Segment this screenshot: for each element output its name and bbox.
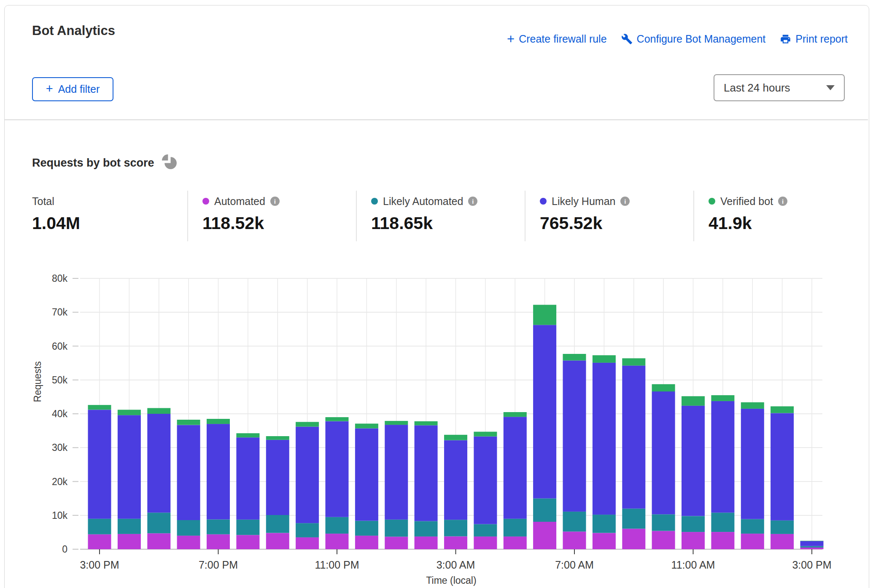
bar-segment-verified-bot[interactable] bbox=[711, 395, 734, 401]
bar-segment-verified-bot[interactable] bbox=[593, 355, 616, 363]
bar-segment-likely-automated[interactable] bbox=[415, 521, 438, 537]
bar-segment-verified-bot[interactable] bbox=[682, 396, 705, 406]
bar-segment-likely-automated[interactable] bbox=[118, 519, 141, 534]
bar-segment-likely-human[interactable] bbox=[563, 361, 586, 512]
bar-segment-automated[interactable] bbox=[652, 531, 675, 549]
bar-segment-automated[interactable] bbox=[771, 534, 794, 549]
bar-segment-likely-human[interactable] bbox=[652, 391, 675, 514]
bar-segment-likely-automated[interactable] bbox=[622, 509, 645, 529]
bar-segment-likely-automated[interactable] bbox=[741, 519, 764, 534]
bar-segment-likely-human[interactable] bbox=[504, 417, 527, 519]
bar-segment-likely-human[interactable] bbox=[444, 440, 467, 520]
bar-segment-verified-bot[interactable] bbox=[771, 406, 794, 413]
bar-segment-automated[interactable] bbox=[444, 537, 467, 550]
add-filter-button[interactable]: + Add filter bbox=[32, 77, 113, 101]
bar-segment-likely-human[interactable] bbox=[236, 437, 259, 520]
bar-segment-likely-automated[interactable] bbox=[652, 514, 675, 531]
bar-segment-automated[interactable] bbox=[682, 532, 705, 549]
bar-segment-likely-automated[interactable] bbox=[504, 519, 527, 537]
bar-segment-likely-automated[interactable] bbox=[385, 520, 408, 537]
bar-segment-likely-human[interactable] bbox=[326, 421, 349, 517]
info-icon[interactable]: i bbox=[778, 197, 787, 206]
bar-segment-verified-bot[interactable] bbox=[444, 435, 467, 440]
bar-segment-verified-bot[interactable] bbox=[504, 412, 527, 417]
bar-segment-likely-human[interactable] bbox=[622, 366, 645, 509]
time-range-dropdown[interactable]: Last 24 hours bbox=[714, 74, 845, 101]
bar-segment-automated[interactable] bbox=[88, 534, 111, 549]
bar-segment-automated[interactable] bbox=[266, 533, 289, 550]
bar-segment-likely-automated[interactable] bbox=[236, 520, 259, 535]
bar-segment-verified-bot[interactable] bbox=[296, 422, 319, 426]
bar-segment-automated[interactable] bbox=[593, 533, 616, 550]
bar-segment-likely-automated[interactable] bbox=[88, 519, 111, 534]
bar-segment-verified-bot[interactable] bbox=[236, 433, 259, 437]
info-icon[interactable]: i bbox=[468, 197, 477, 206]
bar-segment-verified-bot[interactable] bbox=[652, 384, 675, 391]
bar-segment-likely-human[interactable] bbox=[800, 541, 824, 546]
bar-segment-likely-human[interactable] bbox=[207, 424, 230, 519]
bar-segment-automated[interactable] bbox=[533, 522, 556, 549]
bar-segment-verified-bot[interactable] bbox=[355, 423, 378, 428]
bar-segment-likely-automated[interactable] bbox=[474, 524, 497, 537]
bar-segment-automated[interactable] bbox=[504, 537, 527, 549]
bar-segment-verified-bot[interactable] bbox=[533, 305, 556, 325]
bar-segment-verified-bot[interactable] bbox=[622, 358, 645, 365]
bar-segment-automated[interactable] bbox=[207, 534, 230, 549]
bar-segment-likely-automated[interactable] bbox=[266, 515, 289, 533]
print-report-link[interactable]: Print report bbox=[780, 33, 848, 45]
create-firewall-rule-link[interactable]: + Create firewall rule bbox=[507, 33, 607, 45]
configure-bot-management-link[interactable]: Configure Bot Management bbox=[621, 33, 766, 45]
bar-segment-likely-automated[interactable] bbox=[444, 520, 467, 536]
bar-segment-automated[interactable] bbox=[800, 548, 824, 549]
bar-segment-verified-bot[interactable] bbox=[118, 410, 141, 415]
bar-segment-automated[interactable] bbox=[415, 537, 438, 549]
bar-segment-automated[interactable] bbox=[622, 529, 645, 549]
bar-segment-likely-human[interactable] bbox=[415, 425, 438, 521]
bar-segment-automated[interactable] bbox=[177, 536, 200, 549]
bar-segment-verified-bot[interactable] bbox=[147, 408, 170, 414]
bar-segment-automated[interactable] bbox=[118, 534, 141, 549]
bar-segment-verified-bot[interactable] bbox=[563, 354, 586, 361]
bar-segment-verified-bot[interactable] bbox=[88, 405, 111, 410]
bar-segment-verified-bot[interactable] bbox=[207, 419, 230, 424]
bar-segment-verified-bot[interactable] bbox=[385, 421, 408, 425]
bar-segment-automated[interactable] bbox=[326, 534, 349, 549]
bar-segment-verified-bot[interactable] bbox=[415, 421, 438, 426]
bar-segment-automated[interactable] bbox=[147, 533, 170, 549]
bar-segment-likely-automated[interactable] bbox=[771, 521, 794, 534]
bar-segment-likely-human[interactable] bbox=[741, 409, 764, 519]
info-icon[interactable]: i bbox=[620, 197, 630, 206]
bar-segment-likely-automated[interactable] bbox=[682, 516, 705, 532]
bar-segment-likely-automated[interactable] bbox=[147, 512, 170, 533]
bar-segment-automated[interactable] bbox=[385, 537, 408, 549]
bar-segment-likely-automated[interactable] bbox=[593, 515, 616, 533]
bar-segment-likely-human[interactable] bbox=[118, 415, 141, 519]
bar-segment-likely-human[interactable] bbox=[385, 425, 408, 520]
bar-segment-verified-bot[interactable] bbox=[474, 432, 497, 437]
bar-segment-likely-human[interactable] bbox=[593, 363, 616, 515]
bar-segment-likely-automated[interactable] bbox=[296, 523, 319, 537]
bar-segment-verified-bot[interactable] bbox=[177, 420, 200, 425]
bar-segment-likely-human[interactable] bbox=[266, 440, 289, 515]
bar-segment-likely-human[interactable] bbox=[147, 414, 170, 512]
bar-segment-likely-human[interactable] bbox=[682, 406, 705, 516]
bar-segment-automated[interactable] bbox=[355, 536, 378, 549]
bar-segment-verified-bot[interactable] bbox=[741, 402, 764, 409]
bar-segment-automated[interactable] bbox=[296, 537, 319, 549]
bar-segment-automated[interactable] bbox=[474, 537, 497, 549]
info-icon[interactable]: i bbox=[270, 197, 280, 206]
bar-segment-likely-human[interactable] bbox=[296, 427, 319, 523]
bar-segment-likely-automated[interactable] bbox=[711, 512, 734, 532]
bar-segment-likely-automated[interactable] bbox=[800, 546, 824, 548]
bar-segment-likely-automated[interactable] bbox=[563, 512, 586, 531]
bar-segment-verified-bot[interactable] bbox=[800, 541, 824, 541]
bar-segment-likely-automated[interactable] bbox=[355, 521, 378, 536]
bar-segment-likely-automated[interactable] bbox=[326, 517, 349, 534]
bar-segment-likely-automated[interactable] bbox=[207, 519, 230, 534]
bar-segment-automated[interactable] bbox=[711, 532, 734, 549]
bar-segment-verified-bot[interactable] bbox=[266, 436, 289, 440]
bar-segment-automated[interactable] bbox=[563, 531, 586, 549]
bar-segment-likely-human[interactable] bbox=[711, 401, 734, 512]
bar-segment-likely-human[interactable] bbox=[771, 413, 794, 520]
bar-segment-automated[interactable] bbox=[741, 534, 764, 549]
